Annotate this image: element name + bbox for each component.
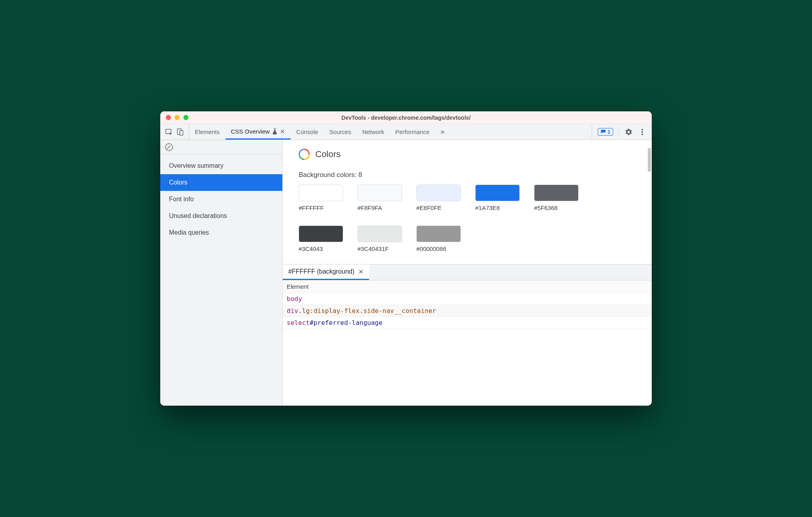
swatch-chip <box>475 185 520 201</box>
details-column-header: Element <box>283 280 652 293</box>
toolbar-left-group <box>160 124 189 140</box>
section-title: Colors <box>315 149 341 159</box>
color-swatch[interactable]: #5F6368 <box>534 185 579 211</box>
element-list: bodydiv.lg:display-flex.side-nav__contai… <box>283 293 652 329</box>
sidebar-item-label: Unused declarations <box>169 212 227 219</box>
panel-body: Overview summary Colors Font info Unused… <box>160 140 652 406</box>
element-row[interactable]: body <box>283 293 652 305</box>
tab-css-overview[interactable]: CSS Overview ✕ <box>225 124 291 140</box>
swatch-hex-label: #00000066 <box>416 245 461 252</box>
swatch-chip <box>299 225 343 242</box>
swatch-hex-label: #3C4043 <box>299 245 343 252</box>
sidebar-item-label: Overview summary <box>169 162 223 169</box>
more-tabs-button[interactable]: » <box>435 124 450 140</box>
tab-console[interactable]: Console <box>291 124 324 140</box>
color-swatch[interactable]: #3C40431F <box>357 225 402 252</box>
svg-point-5 <box>641 134 643 135</box>
window-titlebar: DevTools - developer.chrome.com/tags/dev… <box>160 111 652 124</box>
sidebar-item-media-queries[interactable]: Media queries <box>160 224 282 241</box>
tab-label: CSS Overview <box>231 128 270 135</box>
sidebar-item-label: Font info <box>169 196 194 202</box>
tab-sources[interactable]: Sources <box>324 124 357 140</box>
details-tab-strip: #FFFFFF (background) ✕ <box>283 264 652 280</box>
color-swatch-grid: #FFFFFF#F8F9FA#E8F0FE#1A73E8#5F6368#3C40… <box>299 185 609 252</box>
swatch-hex-label: #5F6368 <box>534 204 579 211</box>
sidebar-item-overview-summary[interactable]: Overview summary <box>160 157 282 174</box>
swatch-hex-label: #E8F0FE <box>416 204 461 211</box>
device-toolbar-icon[interactable] <box>176 128 184 136</box>
css-overview-sidebar: Overview summary Colors Font info Unused… <box>160 140 283 406</box>
gear-icon <box>625 128 633 136</box>
panel-tab-strip: Elements CSS Overview ✕ Console Sources … <box>189 124 592 140</box>
swatch-hex-label: #F8F9FA <box>357 204 402 211</box>
details-tab-label: #FFFFFF (background) <box>288 268 354 275</box>
sidebar-item-colors[interactable]: Colors <box>160 174 282 191</box>
color-swatch[interactable]: #F8F9FA <box>357 185 402 211</box>
tab-label: Sources <box>329 128 351 135</box>
tab-label: Performance <box>395 128 429 135</box>
window-controls <box>166 115 188 120</box>
inspect-element-icon[interactable] <box>165 128 173 136</box>
window-title: DevTools - developer.chrome.com/tags/dev… <box>160 115 652 121</box>
sidebar-item-font-info[interactable]: Font info <box>160 191 282 208</box>
settings-button[interactable] <box>625 128 633 136</box>
colors-section: Colors Background colors: 8 #FFFFFF#F8F9… <box>283 140 652 264</box>
color-swatch[interactable]: #1A73E8 <box>475 185 520 211</box>
swatch-hex-label: #FFFFFF <box>299 204 343 211</box>
clear-overview-icon[interactable] <box>165 143 173 151</box>
tab-label: Network <box>362 128 384 135</box>
sidebar-item-label: Colors <box>169 179 187 186</box>
swatch-chip <box>299 185 343 201</box>
tab-network[interactable]: Network <box>357 124 390 140</box>
section-header: Colors <box>299 149 636 160</box>
color-swatch[interactable]: #00000066 <box>416 225 461 252</box>
swatch-chip <box>357 185 402 201</box>
color-swatch[interactable]: #FFFFFF <box>299 185 343 211</box>
issues-icon <box>600 129 606 135</box>
window-zoom-button[interactable] <box>183 115 188 120</box>
window-minimize-button[interactable] <box>175 115 180 120</box>
toolbar-right-group: 1 <box>592 124 652 140</box>
more-options-button[interactable] <box>638 128 646 136</box>
close-tab-icon[interactable]: ✕ <box>280 128 285 134</box>
element-row[interactable]: div.lg:display-flex.side-nav__container <box>283 305 652 317</box>
color-details-drawer: #FFFFFF (background) ✕ Element bodydiv.l… <box>283 264 652 329</box>
svg-point-3 <box>641 129 643 130</box>
experiment-icon <box>272 128 278 134</box>
devtools-toolbar: Elements CSS Overview ✕ Console Sources … <box>160 124 652 140</box>
color-swatch[interactable]: #E8F0FE <box>416 185 461 211</box>
sidebar-item-label: Media queries <box>169 229 209 236</box>
sidebar-nav: Overview summary Colors Font info Unused… <box>160 154 282 241</box>
chevron-right-double-icon: » <box>441 128 445 136</box>
tab-label: Elements <box>195 128 220 135</box>
scrollbar-thumb[interactable] <box>648 148 651 172</box>
tab-label: Console <box>296 128 318 135</box>
swatch-chip <box>357 225 402 242</box>
kebab-icon <box>641 128 643 136</box>
svg-point-4 <box>641 131 643 133</box>
tab-performance[interactable]: Performance <box>390 124 435 140</box>
color-ring-icon <box>299 149 310 160</box>
details-tab-active[interactable]: #FFFFFF (background) ✕ <box>283 264 369 280</box>
window-close-button[interactable] <box>166 115 171 120</box>
swatch-chip <box>416 185 461 201</box>
css-overview-content: Colors Background colors: 8 #FFFFFF#F8F9… <box>283 140 652 406</box>
issues-count: 1 <box>608 129 610 135</box>
swatch-hex-label: #3C40431F <box>357 245 402 252</box>
tab-elements[interactable]: Elements <box>189 124 225 140</box>
sidebar-toolbar <box>160 140 282 154</box>
issues-badge[interactable]: 1 <box>598 128 613 136</box>
swatch-hex-label: #1A73E8 <box>475 204 520 211</box>
devtools-window: DevTools - developer.chrome.com/tags/dev… <box>160 111 652 406</box>
element-row[interactable]: select#preferred-language <box>283 317 652 329</box>
separator <box>619 128 619 136</box>
swatch-chip <box>416 225 461 242</box>
color-swatch[interactable]: #3C4043 <box>299 225 343 252</box>
background-colors-heading: Background colors: 8 <box>299 171 636 179</box>
svg-rect-2 <box>180 130 183 135</box>
close-details-tab-icon[interactable]: ✕ <box>358 268 363 276</box>
sidebar-item-unused-declarations[interactable]: Unused declarations <box>160 208 282 224</box>
swatch-chip <box>534 185 579 201</box>
